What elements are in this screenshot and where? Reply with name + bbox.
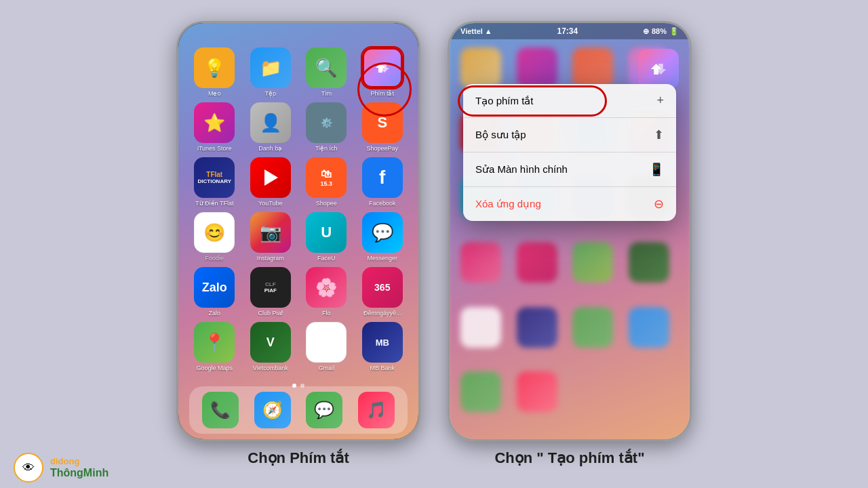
app-tudien[interactable]: TFlat DICTIONARY Từ Điển TFlat [189, 157, 240, 207]
app-shopee2[interactable]: 🛍 15.3 Shopee [301, 157, 352, 207]
menu-tao-phim-tat[interactable]: Tạo phím tắt + [463, 84, 676, 118]
left-caption: Chọn Phím tắt [248, 449, 349, 467]
dock-messages[interactable]: 💬 [306, 392, 342, 428]
menu-bo-suu-tap-label: Bộ sưu tập [475, 129, 526, 141]
brand-bottom-text: ThôngMinh [50, 466, 108, 479]
brand-top-text: didong [50, 456, 108, 467]
menu-sua-icon: 📱 [649, 162, 664, 177]
dock-music[interactable]: 🎵 [358, 392, 395, 428]
left-phone-frame: Viettel ▲ 15:56 ⊕ 46% 🔋 💡 Mẹo [176, 21, 420, 441]
context-menu: Tạo phím tắt + Bộ sưu tập ⬆ Sửa Màn hình… [463, 84, 676, 221]
app-tep[interactable]: 📁 Tệp [245, 47, 296, 97]
shortcuts-icon-right [638, 49, 679, 89]
brand-logo: 👁 [14, 453, 43, 483]
menu-xoa-label: Xóa ứng dụng [475, 198, 541, 210]
dock-safari[interactable]: 🧭 [254, 392, 291, 428]
brand-text: didong ThôngMinh [50, 456, 108, 480]
menu-xoa-ung-dung[interactable]: Xóa ứng dụng ⊖ [463, 187, 676, 221]
app-phimtat[interactable]: Phím tắt [357, 47, 408, 97]
app-365[interactable]: 365 Đêmngàyyê... [357, 267, 408, 317]
carrier-right: Viettel [460, 27, 483, 35]
menu-sua-man-hinh[interactable]: Sửa Màn hình chính 📱 [463, 152, 676, 187]
app-messenger[interactable]: 💬 Messenger [357, 212, 408, 262]
battery-bar-right: 🔋 [669, 27, 679, 36]
dock-phone[interactable]: 📞 [202, 392, 239, 428]
app-youtube[interactable]: YouTube [245, 157, 296, 207]
dock-left: 📞 🧭 💬 🎵 [189, 386, 408, 434]
right-status-bar: Viettel ▲ 17:34 ⊕ 88% 🔋 [450, 23, 690, 39]
app-googlemaps[interactable]: 📍 Google Maps [189, 322, 240, 371]
right-caption: Chọn " Tạo phím tắt" [494, 449, 644, 467]
location-icon-right: ⊕ [643, 27, 649, 36]
brand-logo-icon: 👁 [22, 461, 35, 475]
app-meo[interactable]: 💡 Mẹo [189, 47, 240, 97]
battery-right: 88% [652, 27, 667, 35]
app-contacts[interactable]: 👤 Danh bạ [245, 102, 296, 152]
app-shopeepay[interactable]: S ShopeePay [357, 102, 408, 152]
app-tim[interactable]: 🔍 Tìm [301, 47, 352, 97]
app-faceu[interactable]: U FaceU [301, 212, 352, 262]
menu-xoa-icon: ⊖ [654, 197, 664, 211]
app-club[interactable]: CLF PIAF Club Piaf [245, 267, 296, 317]
wifi-icon-right: ▲ [485, 27, 492, 35]
right-phone-frame: Viettel ▲ 17:34 ⊕ 88% 🔋 [448, 21, 692, 441]
app-gmail[interactable]: M Gmail [301, 322, 352, 371]
menu-bo-suu-tap-icon: ⬆ [654, 127, 664, 142]
app-foodie[interactable]: 😊 Foodie [189, 212, 240, 262]
menu-bo-suu-tap[interactable]: Bộ sưu tập ⬆ [463, 118, 676, 152]
app-facebook[interactable]: f Facebook [357, 157, 408, 207]
branding: 👁 didong ThôngMinh [0, 447, 136, 488]
app-vietcombank[interactable]: V Vietcombank [245, 322, 296, 371]
time-right: 17:34 [557, 26, 578, 36]
app-tienich[interactable]: ⚙️ Tiện ích [301, 102, 352, 152]
menu-sua-label: Sửa Màn hình chính [475, 163, 568, 176]
app-flo[interactable]: 🌸 Flo [301, 267, 352, 317]
app-grid-left: 💡 Mẹo 📁 Tệp 🔍 Tìm [178, 39, 418, 380]
menu-tao-icon: + [656, 94, 664, 108]
app-instagram[interactable]: 📷 Instagram [245, 212, 296, 262]
left-phone-content: 💡 Mẹo 📁 Tệp 🔍 Tìm [178, 39, 418, 439]
app-mbbank[interactable]: MB MB Bank [357, 322, 408, 371]
menu-tao-label: Tạo phím tắt [475, 95, 534, 107]
app-itunes[interactable]: ⭐ iTunes Store [189, 102, 240, 152]
app-zalo[interactable]: Zalo Zalo [189, 267, 240, 317]
